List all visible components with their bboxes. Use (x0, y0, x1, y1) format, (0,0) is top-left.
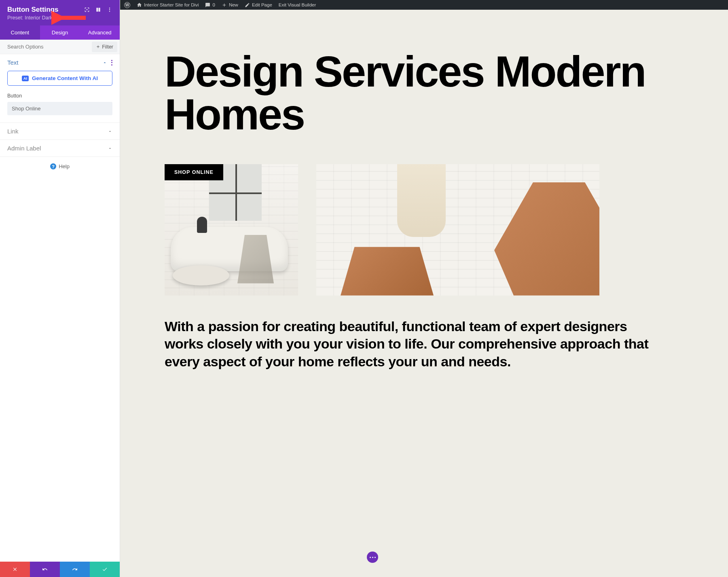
wp-edit-page-label: Edit Page (252, 2, 272, 7)
section-title-admin-label: Admin Label (7, 145, 41, 152)
section-header-link[interactable]: Link (0, 123, 120, 139)
page-preview: Design Services Modern Homes SHOP ONLINE… (120, 10, 728, 577)
more-vert-icon[interactable] (107, 7, 112, 13)
more-vert-icon[interactable] (111, 60, 112, 66)
wp-site-link[interactable]: Interior Starter Site for Divi (137, 2, 199, 8)
close-icon (12, 566, 18, 572)
builder-fab[interactable] (367, 552, 378, 563)
home-icon (137, 2, 142, 8)
plus-icon (222, 2, 227, 8)
panel-tabs: Content Design Advanced (0, 25, 120, 40)
tab-advanced[interactable]: Advanced (80, 25, 120, 40)
chevron-down-icon (54, 15, 59, 20)
ai-badge-icon: AI (22, 76, 29, 81)
pencil-icon (245, 2, 250, 8)
tab-content[interactable]: Content (0, 25, 40, 40)
chevron-down-icon (108, 146, 112, 151)
wp-site-title: Interior Starter Site for Divi (144, 2, 199, 7)
check-icon (102, 566, 108, 572)
svg-point-2 (109, 11, 110, 12)
search-input[interactable] (0, 40, 92, 54)
redo-button[interactable] (60, 562, 90, 577)
wp-exit-vb-link[interactable]: Exit Visual Builder (279, 2, 316, 7)
main-content: W Interior Starter Site for Divi 0 New E… (120, 0, 728, 577)
images-row: SHOP ONLINE (165, 164, 728, 296)
undo-icon (42, 566, 48, 572)
preset-selector[interactable]: Preset: Interior Dark (7, 15, 112, 21)
cancel-button[interactable] (0, 562, 30, 577)
interior-scene-chairs (316, 164, 599, 296)
columns-icon[interactable] (95, 7, 101, 13)
section-link: Link (0, 123, 120, 140)
button-text-input[interactable] (7, 102, 112, 115)
wp-admin-bar: W Interior Starter Site for Divi 0 New E… (120, 0, 728, 10)
help-link[interactable]: ? Help (0, 157, 120, 176)
tab-design[interactable]: Design (40, 25, 80, 40)
section-title-link: Link (7, 128, 19, 135)
preset-label: Preset: Interior Dark (7, 15, 53, 21)
hero-image-right (316, 164, 599, 296)
section-header-text[interactable]: Text (0, 54, 120, 71)
search-row: Filter (0, 40, 120, 54)
help-label: Help (59, 163, 70, 169)
panel-header: Button Settings Preset: Interior Dark (0, 0, 120, 25)
section-title-text: Text (7, 59, 19, 66)
panel-title: Button Settings (7, 6, 59, 14)
button-field-label: Button (7, 93, 112, 99)
section-text: Text AI Generate Content With AI Button (0, 54, 120, 123)
body-paragraph: With a passion for creating beautiful, f… (165, 318, 650, 371)
comment-icon (205, 2, 210, 8)
interior-scene-sofa (165, 164, 298, 296)
plus-icon (96, 44, 100, 49)
section-header-admin-label[interactable]: Admin Label (0, 140, 120, 156)
shop-online-button[interactable]: SHOP ONLINE (165, 164, 223, 180)
wp-logo-icon[interactable]: W (124, 2, 130, 8)
help-icon: ? (50, 163, 56, 169)
filter-button[interactable]: Filter (92, 42, 117, 52)
redo-icon (72, 566, 78, 572)
ai-button-label: Generate Content With AI (32, 75, 98, 81)
undo-button[interactable] (30, 562, 60, 577)
wp-new-label: New (229, 2, 238, 7)
generate-ai-button[interactable]: AI Generate Content With AI (7, 71, 112, 86)
filter-label: Filter (102, 44, 113, 50)
svg-point-1 (109, 9, 110, 10)
svg-point-0 (109, 8, 110, 8)
settings-sidebar: Button Settings Preset: Interior Dark Co… (0, 0, 120, 577)
wp-comments-link[interactable]: 0 (205, 2, 215, 8)
wp-new-link[interactable]: New (222, 2, 238, 8)
chevron-up-icon (102, 60, 107, 65)
wp-edit-page-link[interactable]: Edit Page (245, 2, 272, 8)
save-button[interactable] (90, 562, 120, 577)
footer-bar (0, 562, 120, 577)
hero-heading: Design Services Modern Homes (165, 50, 728, 136)
wp-exit-vb-label: Exit Visual Builder (279, 2, 316, 7)
section-admin-label: Admin Label (0, 140, 120, 157)
wp-comments-count: 0 (212, 2, 215, 7)
hero-image-left: SHOP ONLINE (165, 164, 298, 296)
focus-icon[interactable] (84, 7, 90, 13)
chevron-down-icon (108, 129, 112, 134)
